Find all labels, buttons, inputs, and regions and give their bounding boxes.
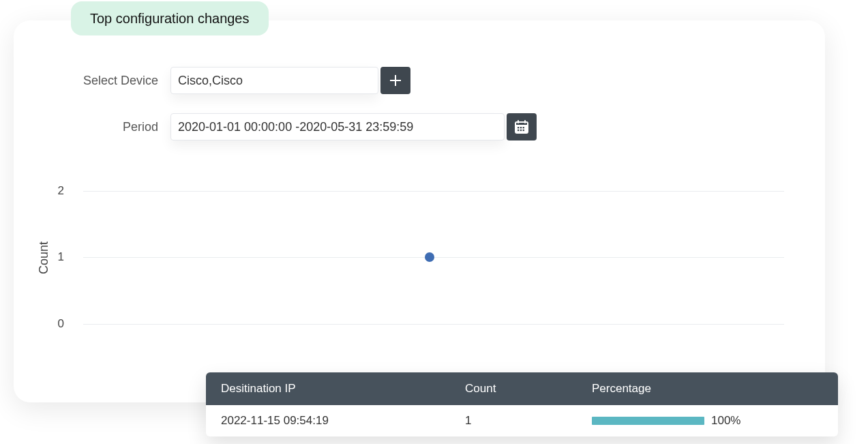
results-table: Desitination IP Count Percentage 2022-11… [206,372,838,436]
add-device-button[interactable] [380,67,410,94]
svg-rect-10 [523,130,524,131]
cell-count: 1 [465,414,592,428]
period-value: 2020-01-01 00:00:00 -2020-05-31 23:59:59 [178,120,413,134]
y-tick-1: 1 [58,250,64,264]
svg-rect-8 [518,130,519,131]
gridline [83,191,784,192]
percentage-bar [592,417,704,425]
calendar-icon [514,119,529,134]
cell-percentage: 100% [592,414,838,428]
period-label: Period [56,120,170,134]
device-input[interactable]: Cisco,Cisco [170,67,378,94]
chart-area: Count 2 1 0 [68,181,784,334]
y-tick-0: 0 [58,317,64,331]
svg-rect-5 [518,127,519,128]
svg-rect-4 [524,120,526,123]
plus-icon [389,74,402,87]
table-header: Desitination IP Count Percentage [206,372,838,405]
percentage-label: 100% [711,414,740,428]
y-axis-label: Count [37,241,51,273]
cell-destination-ip: 2022-11-15 09:54:19 [206,414,465,428]
title-text: Top configuration changes [90,11,250,27]
date-picker-button[interactable] [507,113,537,140]
svg-rect-7 [523,127,524,128]
period-input[interactable]: 2020-01-01 00:00:00 -2020-05-31 23:59:59 [170,113,505,140]
period-row: Period 2020-01-01 00:00:00 -2020-05-31 2… [56,113,537,140]
svg-rect-3 [518,120,519,123]
device-label: Select Device [56,74,170,88]
device-value: Cisco,Cisco [178,74,243,88]
device-row: Select Device Cisco,Cisco [56,67,410,94]
svg-rect-9 [520,130,522,131]
svg-rect-6 [520,127,522,128]
page-title: Top configuration changes [71,1,269,35]
gridline [83,324,784,325]
chart-data-point[interactable] [425,252,434,262]
col-count: Count [465,382,592,396]
col-percentage: Percentage [592,382,838,396]
col-destination-ip: Desitination IP [206,382,465,396]
y-tick-2: 2 [58,184,64,198]
table-row[interactable]: 2022-11-15 09:54:19 1 100% [206,405,838,436]
